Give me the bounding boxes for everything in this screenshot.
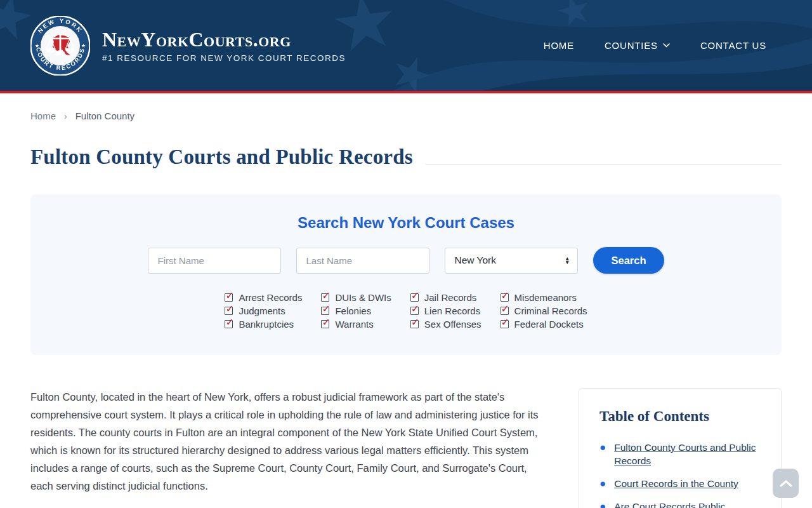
chevron-down-icon	[663, 43, 670, 48]
checkbox-label: Judgments	[239, 305, 285, 316]
checkbox-column: ✓ Arrest Records ✓ Judgments ✓ Bankruptc…	[225, 291, 302, 331]
checkbox-label: Jail Records	[424, 292, 477, 303]
header-accent-rule	[0, 91, 812, 93]
first-name-input[interactable]	[148, 248, 281, 274]
checked-checkbox-icon[interactable]: ✓	[410, 307, 419, 315]
toc-list: ● Fulton County Courts and Public Record…	[599, 441, 761, 508]
checkbox-criminal-records[interactable]: ✓ Criminal Records	[501, 304, 587, 318]
article-text: Fulton County, located in the heart of N…	[30, 388, 552, 495]
checkbox-lien-records[interactable]: ✓ Lien Records	[410, 304, 481, 318]
check-icon: ✓	[501, 316, 509, 328]
checkbox-label: Misdemeanors	[514, 292, 577, 303]
checkbox-arrest-records[interactable]: ✓ Arrest Records	[225, 291, 302, 304]
checked-checkbox-icon[interactable]: ✓	[225, 307, 233, 315]
select-stepper-icon: ▲ ▼	[565, 257, 570, 265]
table-of-contents: Table of Contents ● Fulton County Courts…	[579, 388, 782, 508]
checkbox-column: ✓ DUIs & DWIs ✓ Felonies ✓ Warrants	[321, 291, 391, 331]
bullet-icon: ●	[599, 500, 606, 508]
check-icon: ✓	[225, 290, 233, 302]
checked-checkbox-icon[interactable]: ✓	[225, 320, 233, 328]
checked-checkbox-icon[interactable]: ✓	[501, 293, 509, 302]
court-records-seal-icon: NEW YORK COURT RECORDS	[30, 16, 90, 76]
check-icon: ✓	[225, 316, 233, 328]
bullet-icon: ●	[599, 441, 606, 467]
checkbox-label: Arrest Records	[239, 292, 302, 303]
checked-checkbox-icon[interactable]: ✓	[321, 307, 329, 315]
bullet-icon: ●	[599, 477, 606, 490]
check-icon: ✓	[322, 303, 330, 315]
checked-checkbox-icon[interactable]: ✓	[225, 293, 233, 302]
toc-link-are-court-records-public[interactable]: Are Court Records Public	[614, 500, 725, 508]
breadcrumb: Home › Fulton County	[30, 110, 782, 121]
search-button[interactable]: Search	[593, 247, 664, 274]
brand-text: NewYorkCourts.org #1 RESOURCE FOR NEW YO…	[102, 29, 346, 63]
checkbox-label: Felonies	[335, 305, 371, 316]
checked-checkbox-icon[interactable]: ✓	[321, 320, 329, 328]
site-title: NewYorkCourts.org	[102, 29, 346, 50]
header-inner: NEW YORK COURT RECORDS NewYorkCourts.org…	[0, 0, 812, 91]
caret-down-icon: ▼	[565, 260, 570, 265]
checkbox-jail-records[interactable]: ✓ Jail Records	[410, 291, 481, 304]
last-name-input[interactable]	[296, 248, 429, 274]
checked-checkbox-icon[interactable]: ✓	[501, 307, 509, 315]
check-icon: ✓	[411, 316, 419, 328]
checked-checkbox-icon[interactable]: ✓	[321, 293, 329, 302]
breadcrumb-home-link[interactable]: Home	[30, 110, 56, 121]
checkbox-column: ✓ Jail Records ✓ Lien Records ✓ Sex Offe…	[410, 291, 481, 331]
search-form-row: New York ▲ ▼ Search	[30, 247, 782, 274]
main-row: Fulton County, located in the heart of N…	[30, 388, 782, 508]
state-select-value: New York	[454, 255, 495, 266]
check-icon: ✓	[225, 303, 233, 315]
search-heading: Search New York Court Cases	[30, 214, 782, 232]
checked-checkbox-icon[interactable]: ✓	[501, 320, 509, 328]
checkbox-label: Warrants	[335, 319, 373, 330]
main-nav: HOME COUNTIES CONTACT US	[544, 40, 766, 51]
toc-link-fulton-county-courts[interactable]: Fulton County Courts and Public Records	[614, 441, 761, 467]
toc-item: ● Are Court Records Public	[599, 500, 761, 508]
checkbox-label: Criminal Records	[514, 305, 587, 316]
nav-contact-us[interactable]: CONTACT US	[700, 40, 766, 51]
search-panel: Search New York Court Cases New York ▲ ▼…	[30, 194, 782, 355]
chevron-up-icon	[779, 479, 793, 488]
nav-counties[interactable]: COUNTIES	[605, 40, 670, 51]
checkbox-label: Lien Records	[424, 305, 480, 316]
check-icon: ✓	[322, 290, 330, 302]
checkbox-duis-dwis[interactable]: ✓ DUIs & DWIs	[321, 291, 391, 304]
checkbox-felonies[interactable]: ✓ Felonies	[321, 304, 391, 318]
title-row: Fulton County Courts and Public Records	[30, 145, 782, 169]
checkbox-label: Federal Dockets	[514, 319, 584, 330]
checkbox-label: DUIs & DWIs	[335, 292, 391, 303]
nav-home[interactable]: HOME	[544, 40, 574, 51]
nav-counties-label: COUNTIES	[605, 40, 658, 51]
check-icon: ✓	[501, 290, 509, 302]
checked-checkbox-icon[interactable]: ✓	[410, 320, 419, 328]
record-type-checkbox-grid: ✓ Arrest Records ✓ Judgments ✓ Bankruptc…	[30, 291, 782, 331]
checked-checkbox-icon[interactable]: ✓	[410, 293, 419, 302]
checkbox-misdemeanors[interactable]: ✓ Misdemeanors	[501, 291, 587, 304]
toc-item: ● Fulton County Courts and Public Record…	[599, 441, 761, 467]
toc-heading: Table of Contents	[599, 408, 761, 425]
checkbox-bankruptcies[interactable]: ✓ Bankruptcies	[225, 318, 302, 331]
checkbox-warrants[interactable]: ✓ Warrants	[321, 318, 391, 331]
checkbox-federal-dockets[interactable]: ✓ Federal Dockets	[501, 318, 587, 331]
site-tagline: #1 RESOURCE FOR NEW YORK COURT RECORDS	[102, 53, 346, 63]
check-icon: ✓	[501, 303, 509, 315]
page-title: Fulton County Courts and Public Records	[30, 145, 413, 169]
breadcrumb-current: Fulton County	[75, 110, 134, 121]
checkbox-column: ✓ Misdemeanors ✓ Criminal Records ✓ Fede…	[501, 291, 587, 331]
checkbox-label: Sex Offenses	[424, 319, 481, 330]
checkbox-sex-offenses[interactable]: ✓ Sex Offenses	[410, 318, 481, 331]
scroll-to-top-button[interactable]	[773, 469, 799, 498]
toc-link-court-records-county[interactable]: Court Records in the County	[614, 477, 738, 490]
check-icon: ✓	[322, 316, 330, 328]
site-logo[interactable]: NEW YORK COURT RECORDS NewYorkCourts.org…	[30, 16, 346, 76]
check-icon: ✓	[411, 290, 419, 302]
state-select[interactable]: New York ▲ ▼	[445, 248, 578, 274]
breadcrumb-separator-icon: ›	[64, 111, 67, 121]
page-content: Home › Fulton County Fulton County Court…	[0, 110, 812, 508]
check-icon: ✓	[411, 303, 419, 315]
toc-item: ● Court Records in the County	[599, 477, 761, 490]
site-header: NEW YORK COURT RECORDS NewYorkCourts.org…	[0, 0, 812, 91]
checkbox-judgments[interactable]: ✓ Judgments	[225, 304, 302, 318]
intro-paragraph: Fulton County, located in the heart of N…	[30, 388, 552, 495]
